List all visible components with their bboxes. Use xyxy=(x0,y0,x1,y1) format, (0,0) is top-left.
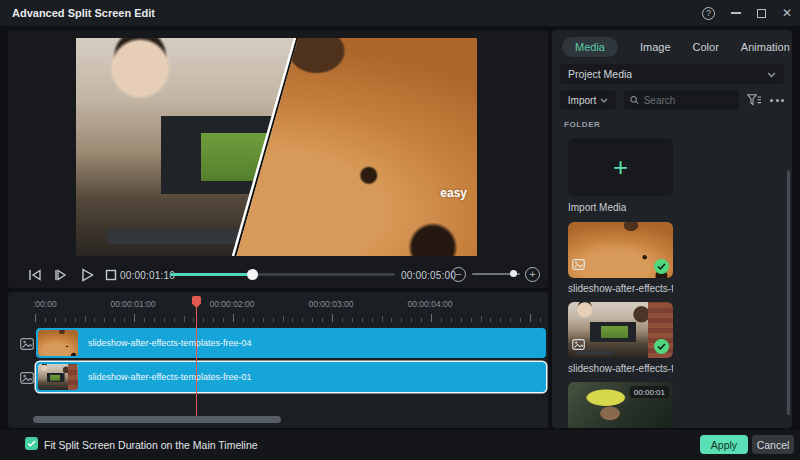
maximize-icon[interactable] xyxy=(757,9,766,18)
import-button-label: Import xyxy=(568,95,596,106)
media-panel: Media Image Color Animation Project Medi… xyxy=(552,30,792,428)
advanced-split-screen-dialog: Advanced Split Screen Edit ? ✕ easy xyxy=(0,0,800,460)
filter-icon[interactable] xyxy=(747,94,762,106)
folder-select[interactable]: Project Media xyxy=(560,64,784,84)
timeline-clip-fox[interactable]: slideshow-after-effects-templates-free-0… xyxy=(36,328,546,358)
split-screen-preview[interactable]: easy xyxy=(76,38,477,256)
cancel-button[interactable]: Cancel xyxy=(752,435,794,454)
next-frame-button[interactable] xyxy=(54,269,68,281)
import-media-tile[interactable]: + xyxy=(568,138,673,196)
zoom-out-icon[interactable]: − xyxy=(451,267,466,282)
ruler-label: 00:00:04:00 xyxy=(408,299,453,309)
check-icon xyxy=(27,440,36,447)
minimize-icon[interactable] xyxy=(731,12,741,14)
media-vertical-scrollbar[interactable] xyxy=(787,170,790,415)
transport-bar: 00:00:01:16 00:00:05:00 − + xyxy=(8,262,548,288)
import-button[interactable]: Import xyxy=(560,90,616,110)
titlebar: Advanced Split Screen Edit ? ✕ xyxy=(0,0,800,26)
zoom-in-icon[interactable]: + xyxy=(525,267,540,282)
timeline-zoom-handle[interactable] xyxy=(510,270,517,277)
clip-thumbnail xyxy=(38,364,78,390)
fit-duration-label: Fit Split Screen Duration on the Main Ti… xyxy=(44,439,258,451)
clip-label: slideshow-after-effects-templates-free-0… xyxy=(88,338,251,348)
ruler-label: :00:00 xyxy=(33,299,57,309)
current-time: 00:00:01:16 xyxy=(120,270,175,281)
seek-handle[interactable] xyxy=(247,269,258,280)
image-icon xyxy=(572,336,585,354)
folder-heading: FOLDER xyxy=(564,120,601,129)
media-thumbnail[interactable] xyxy=(568,302,673,358)
timeline-horizontal-scrollbar[interactable] xyxy=(33,416,281,423)
media-thumbnail[interactable] xyxy=(568,222,673,278)
plus-icon: + xyxy=(613,154,628,180)
chevron-down-icon xyxy=(600,98,608,103)
total-duration: 00:00:05:00 xyxy=(401,270,456,281)
apply-button[interactable]: Apply xyxy=(700,435,748,454)
timeline-track-2: slideshow-after-effects-templates-free-0… xyxy=(8,362,548,392)
media-thumbnail[interactable]: 00:00:01 xyxy=(568,382,673,428)
check-icon xyxy=(654,339,669,354)
duration-badge: 00:00:01 xyxy=(630,386,669,398)
tab-color[interactable]: Color xyxy=(693,37,719,57)
video-watermark: easy xyxy=(440,186,467,200)
media-item-office: slideshow-after-effects-tem... xyxy=(568,302,673,374)
timeline-track-1: slideshow-after-effects-templates-free-0… xyxy=(8,328,548,358)
clip-thumbnail xyxy=(38,330,78,356)
help-icon[interactable]: ? xyxy=(702,7,715,20)
footer-bar: Fit Split Screen Duration on the Main Ti… xyxy=(0,430,800,460)
check-icon xyxy=(654,259,669,274)
window-controls: ? ✕ xyxy=(702,0,792,26)
search-box[interactable] xyxy=(624,90,739,110)
ruler-label: 00:00:03:00 xyxy=(309,299,354,309)
play-button[interactable] xyxy=(81,268,94,282)
image-icon xyxy=(20,336,34,354)
media-item-fox: slideshow-after-effects-tem... xyxy=(568,222,673,294)
tab-image[interactable]: Image xyxy=(640,37,671,57)
preview-panel: easy 00:00:01:16 00:00:05:00 − xyxy=(8,30,548,288)
tab-media[interactable]: Media xyxy=(562,37,618,57)
playhead[interactable] xyxy=(192,296,201,416)
search-icon xyxy=(630,95,639,105)
seek-bar-fill xyxy=(170,273,251,276)
playhead-line xyxy=(196,306,198,416)
ruler-label: 00:00:02:00 xyxy=(210,299,255,309)
dialog-title: Advanced Split Screen Edit xyxy=(12,7,155,19)
previous-frame-button[interactable] xyxy=(28,269,42,281)
seek-bar[interactable] xyxy=(170,273,395,276)
ruler-label: 00:00:01:00 xyxy=(111,299,156,309)
timeline-clip-office[interactable]: slideshow-after-effects-templates-free-0… xyxy=(36,362,546,392)
folder-select-value: Project Media xyxy=(568,68,632,80)
search-input[interactable] xyxy=(644,95,733,106)
timeline-zoom-slider[interactable] xyxy=(472,273,520,275)
chevron-down-icon xyxy=(767,68,776,80)
timeline-ruler[interactable]: :00:00 00:00:01:00 00:00:02:00 00:00:03:… xyxy=(8,292,548,324)
media-item-helmet: 00:00:01 xyxy=(568,382,673,428)
import-row: Import xyxy=(560,90,784,110)
media-item-name: slideshow-after-effects-tem... xyxy=(568,283,673,294)
tab-animation[interactable]: Animation xyxy=(741,37,790,57)
timeline-panel: :00:00 00:00:01:00 00:00:02:00 00:00:03:… xyxy=(8,292,548,428)
import-media-label: Import Media xyxy=(568,202,626,213)
split-divider-line xyxy=(76,38,477,256)
fit-duration-checkbox[interactable] xyxy=(25,437,38,450)
stop-button[interactable] xyxy=(105,269,117,281)
panel-tabs: Media Image Color Animation xyxy=(562,36,790,58)
close-icon[interactable]: ✕ xyxy=(782,7,792,19)
more-icon[interactable] xyxy=(770,99,784,102)
media-item-name: slideshow-after-effects-tem... xyxy=(568,363,673,374)
image-icon xyxy=(572,256,585,274)
image-icon xyxy=(20,370,34,388)
clip-label: slideshow-after-effects-templates-free-0… xyxy=(88,372,251,382)
